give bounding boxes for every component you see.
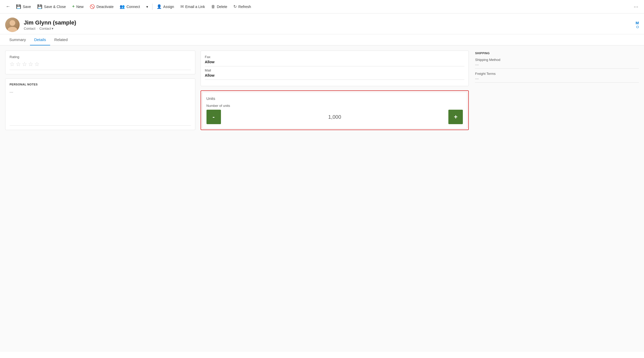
type-dropdown-icon: ▾: [52, 27, 53, 30]
record-meta: Contact · Contact ▾: [24, 27, 632, 30]
toolbar: ← 💾 Save 💾 Save & Close + New 🚫 Deactiva…: [0, 0, 644, 13]
units-title: Units: [206, 96, 463, 101]
decrement-button[interactable]: -: [206, 110, 221, 124]
fax-field-row: Fax Allow: [205, 55, 465, 66]
delete-icon: 🗑: [211, 4, 215, 9]
deactivate-button[interactable]: 🚫 Deactivate: [87, 2, 117, 11]
rating-label: Rating: [10, 55, 191, 59]
personal-notes-content[interactable]: ---: [10, 90, 191, 110]
freight-terms-label: Freight Terms: [475, 72, 639, 76]
new-button[interactable]: + New: [69, 2, 87, 11]
save-close-button[interactable]: 💾 Save & Close: [34, 2, 69, 11]
center-column: Fax Allow Mail Allow Units Number of uni…: [201, 51, 469, 347]
star-5[interactable]: ☆: [34, 61, 40, 68]
header-right-top: M: [636, 21, 639, 25]
save-icon: 💾: [16, 4, 21, 9]
shipping-method-field: Shipping Method ---: [474, 58, 639, 69]
stars-display: ☆ ☆ ☆ ☆ ☆: [10, 61, 191, 68]
units-value: 1,000: [221, 114, 449, 120]
connect-button[interactable]: 👥 Connect: [117, 2, 143, 11]
header-right-info: M O: [636, 21, 639, 29]
more-icon: ⋯: [634, 4, 638, 10]
connect-dropdown-button[interactable]: ▾: [143, 3, 151, 11]
email-icon: ✉: [180, 4, 184, 9]
meta-dot: ·: [37, 27, 38, 30]
fax-label: Fax: [205, 55, 465, 59]
more-button[interactable]: ⋯: [631, 2, 641, 12]
tab-related[interactable]: Related: [50, 34, 72, 45]
avatar: [5, 18, 20, 32]
assign-icon: 👤: [157, 4, 162, 9]
tab-summary[interactable]: Summary: [5, 34, 30, 45]
rating-card: Rating ☆ ☆ ☆ ☆ ☆: [5, 51, 195, 74]
main-content: Rating ☆ ☆ ☆ ☆ ☆ PERSONAL NOTES --- Fax …: [0, 45, 644, 352]
star-2[interactable]: ☆: [16, 61, 21, 68]
record-type-dropdown[interactable]: Contact ▾: [39, 27, 53, 30]
email-link-button[interactable]: ✉ Email a Link: [177, 2, 208, 11]
refresh-icon: ↻: [233, 4, 237, 9]
save-close-icon: 💾: [37, 4, 42, 9]
tab-details[interactable]: Details: [30, 34, 50, 45]
mail-label: Mail: [205, 68, 465, 72]
chevron-down-icon: ▾: [146, 5, 148, 9]
record-type1: Contact: [24, 27, 35, 30]
units-stepper: - 1,000 +: [206, 110, 463, 124]
star-3[interactable]: ☆: [22, 61, 27, 68]
deactivate-icon: 🚫: [90, 4, 95, 9]
number-of-units-label: Number of units: [206, 104, 463, 108]
units-card: Units Number of units - 1,000 +: [202, 92, 467, 129]
back-icon: ←: [6, 4, 10, 9]
notes-divider: [10, 125, 191, 126]
tabs-bar: Summary Details Related: [0, 34, 644, 45]
freight-terms-value: ---: [475, 77, 639, 83]
shipping-method-label: Shipping Method: [475, 58, 639, 62]
save-button[interactable]: 💾 Save: [13, 2, 34, 11]
toolbar-divider: [152, 4, 152, 10]
shipping-method-value: ---: [475, 63, 639, 69]
right-column: SHIPPING Shipping Method --- Freight Ter…: [474, 51, 639, 347]
increment-button[interactable]: +: [448, 110, 463, 124]
left-column: Rating ☆ ☆ ☆ ☆ ☆ PERSONAL NOTES ---: [5, 51, 195, 347]
connect-icon: 👥: [120, 4, 125, 9]
fax-value: Allow: [205, 60, 465, 66]
record-info: Jim Glynn (sample) Contact · Contact ▾: [24, 19, 632, 30]
contact-info-card: Fax Allow Mail Allow: [201, 51, 469, 86]
personal-notes-card: PERSONAL NOTES ---: [5, 78, 195, 130]
record-header: Jim Glynn (sample) Contact · Contact ▾ M…: [0, 13, 644, 34]
delete-button[interactable]: 🗑 Delete: [208, 2, 230, 11]
shipping-section: SHIPPING Shipping Method --- Freight Ter…: [474, 51, 639, 87]
record-name: Jim Glynn (sample): [24, 19, 632, 26]
shipping-title: SHIPPING: [474, 52, 639, 55]
back-button[interactable]: ←: [3, 2, 13, 11]
assign-button[interactable]: 👤 Assign: [154, 2, 177, 11]
refresh-button[interactable]: ↻ Refresh: [230, 2, 254, 11]
freight-terms-field: Freight Terms ---: [474, 72, 639, 83]
personal-notes-title: PERSONAL NOTES: [10, 83, 191, 86]
units-card-wrapper: Units Number of units - 1,000 +: [201, 90, 469, 130]
new-icon: +: [72, 4, 75, 9]
star-1[interactable]: ☆: [10, 61, 15, 68]
star-4[interactable]: ☆: [28, 61, 33, 68]
mail-field-row: Mail Allow: [205, 68, 465, 80]
header-right-bottom: O: [636, 25, 639, 29]
mail-value: Allow: [205, 73, 465, 80]
